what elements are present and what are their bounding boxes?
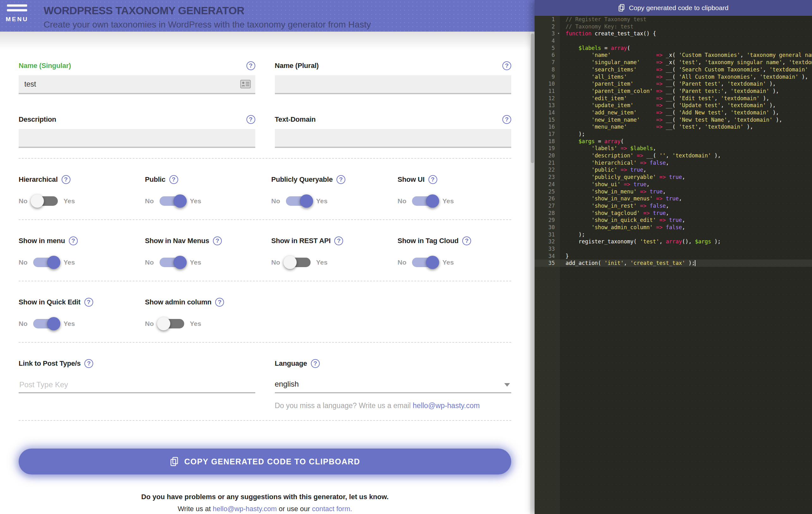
help-icon[interactable]: ? — [429, 175, 437, 184]
toggle-switch-show-in-tag-cloud[interactable] — [412, 258, 437, 267]
line-number: 21 — [534, 159, 560, 167]
hamburger-icon — [7, 4, 27, 14]
link-language-section: Link to Post Type/s ? Language ? english… — [19, 343, 511, 410]
copy-bar-label: Copy generated code to clipboard — [629, 4, 728, 12]
help-icon[interactable]: ? — [462, 236, 471, 245]
toggle-yes-label: Yes — [63, 197, 75, 205]
toggle-switch-show-ui[interactable] — [412, 196, 437, 206]
field-description: Description ? — [19, 114, 255, 148]
toggle-switch-show-in-quick-edit[interactable] — [33, 319, 58, 329]
name-plural-input[interactable] — [275, 75, 512, 94]
toggle-yes-label: Yes — [63, 259, 75, 266]
line-number: 11 — [534, 88, 560, 95]
line-number: 10 — [534, 80, 560, 88]
toggle-no-label: No — [19, 197, 28, 205]
toggle-field-public: Public?NoYes — [145, 174, 259, 208]
line-number: 9 — [534, 73, 560, 81]
code-editor[interactable]: 1// Register Taxonomy test2// Taxonomy K… — [534, 16, 812, 514]
toggle-field-publicly-queryable: Publicly Queryable?NoYes — [271, 174, 385, 208]
field-name-plural: Name (Plural) ? — [275, 61, 512, 94]
scrollbar-thumb[interactable] — [531, 33, 534, 163]
code-line: 7 'singular_name' => _x( 'test', 'taxono… — [534, 59, 812, 66]
toggle-field-show-in-quick-edit: Show in Quick Edit?NoYes — [19, 297, 133, 331]
toggle-switch-hierarchical[interactable] — [33, 196, 58, 206]
copy-code-button[interactable]: COPY GENERATED CODE TO CLIPBOARD — [19, 449, 511, 475]
help-icon[interactable]: ? — [246, 61, 255, 70]
chevron-down-icon — [504, 383, 510, 387]
email-link[interactable]: hello@wp-hasty.com — [413, 401, 480, 410]
line-number: 19 — [534, 145, 560, 152]
toggle-switch-show-admin-column[interactable] — [160, 319, 184, 329]
help-icon[interactable]: ? — [337, 175, 345, 184]
help-icon[interactable]: ? — [246, 115, 255, 124]
toggle-label: Publicly Queryable — [271, 175, 333, 184]
field-link-post-types: Link to Post Type/s ? — [19, 359, 255, 410]
toggle-field-show-in-rest-api: Show in REST API?NoYes — [271, 236, 385, 269]
line-number: 23 — [534, 174, 560, 181]
autofill-contact-icon[interactable] — [240, 80, 251, 88]
toggle-switch-show-in-rest-api[interactable] — [286, 258, 311, 267]
line-number: 26 — [534, 195, 560, 202]
help-icon[interactable]: ? — [62, 175, 70, 184]
toggle-switch-publicly-queryable[interactable] — [286, 196, 311, 206]
toggle-switch-public[interactable] — [160, 196, 184, 206]
menu-label: MENU — [6, 16, 28, 23]
menu-button[interactable]: MENU — [4, 4, 30, 23]
name-singular-input[interactable] — [19, 75, 255, 94]
footer-line2: Write us at hello@wp-hasty.com or use ou… — [19, 505, 511, 513]
text-cursor — [695, 260, 695, 266]
post-type-key-input[interactable] — [19, 377, 255, 393]
code-line: 13 'update_item' => __( 'Update test', '… — [534, 102, 812, 109]
code-line: 29 'show_in_quick_edit' => true, — [534, 217, 812, 224]
help-icon[interactable]: ? — [215, 298, 224, 307]
help-icon[interactable]: ? — [213, 236, 222, 245]
help-icon[interactable]: ? — [502, 115, 511, 124]
code-line: 6 'name' => _x( 'Custom Taxonomies', 'ta… — [534, 52, 812, 59]
toggle-yes-label: Yes — [316, 197, 328, 205]
help-icon[interactable]: ? — [69, 236, 78, 245]
field-text-domain: Text-Domain ? — [275, 114, 512, 148]
description-input[interactable] — [19, 129, 255, 148]
toggle-no-label: No — [19, 259, 28, 266]
help-icon[interactable]: ? — [84, 359, 93, 368]
toggle-yes-label: Yes — [63, 320, 75, 327]
toggle-switch-show-in-menu[interactable] — [33, 258, 58, 267]
email-link[interactable]: hello@wp-hasty.com — [213, 505, 277, 513]
help-icon[interactable]: ? — [334, 236, 343, 245]
page-subtitle: Create your own taxonomies in WordPress … — [44, 20, 371, 30]
copy-icon — [170, 456, 179, 466]
code-line: 16 'menu_name' => __( 'test', 'textdomai… — [534, 123, 812, 131]
help-icon[interactable]: ? — [84, 298, 93, 307]
toggle-switch-show-in-nav-menus[interactable] — [160, 258, 184, 267]
toggle-no-label: No — [145, 320, 154, 327]
toggle-field-show-in-tag-cloud: Show in Tag Cloud?NoYes — [398, 236, 511, 269]
help-icon[interactable]: ? — [169, 175, 178, 184]
line-number: 32 — [534, 238, 560, 245]
fold-arrow-icon[interactable]: ▾ — [557, 30, 559, 37]
contact-form-link[interactable]: contact form. — [312, 505, 352, 513]
code-line: 20 'description' => __( '', 'textdomain'… — [534, 152, 812, 159]
line-number: 17 — [534, 131, 560, 138]
field-name-singular: Name (Singular) ? — [19, 61, 255, 94]
line-number: 7 — [534, 59, 560, 66]
text-domain-input[interactable] — [275, 129, 512, 148]
code-line: 14 'add_new_item' => __( 'Add New test',… — [534, 109, 812, 116]
language-helper: Do you miss a language? Write us a email… — [275, 401, 512, 410]
help-icon[interactable]: ? — [311, 359, 320, 368]
help-icon[interactable]: ? — [502, 61, 511, 70]
page-title: WORDPRESS TAXONOMY GENERATOR — [44, 4, 371, 17]
code-line: 17 ); — [534, 131, 812, 138]
description-label: Description — [19, 115, 56, 123]
code-line: 32 register_taxonomy( 'test', array(), $… — [534, 238, 812, 245]
line-number: 3▾ — [534, 30, 560, 37]
code-line: 33 — [534, 245, 812, 253]
line-number: 5 — [534, 45, 560, 52]
code-line: 2// Taxonomy Key: test — [534, 23, 812, 30]
copy-code-bar-button[interactable]: Copy generated code to clipboard — [534, 0, 812, 16]
line-number: 2 — [534, 23, 560, 30]
code-line: 31 ); — [534, 231, 812, 238]
code-line: 12 'edit_item' => __( 'Edit test', 'text… — [534, 95, 812, 102]
language-select[interactable]: english — [275, 377, 512, 393]
code-line: 27 'show_in_rest' => false, — [534, 202, 812, 209]
toggle-field-show-in-menu: Show in menu?NoYes — [19, 236, 133, 269]
